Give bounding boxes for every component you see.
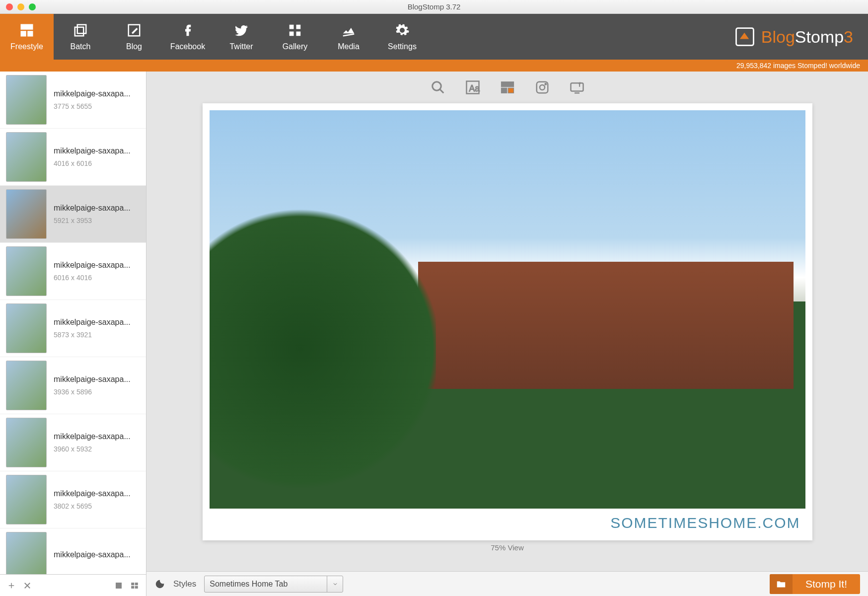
remove-images-button[interactable] [22, 580, 33, 591]
tab-label: Batch [71, 42, 91, 51]
svg-rect-6 [289, 25, 294, 29]
svg-rect-13 [135, 583, 138, 585]
tab-label: Facebook [170, 42, 205, 51]
zoom-window-icon[interactable] [29, 3, 36, 10]
layout-tool[interactable] [499, 79, 516, 96]
svg-rect-12 [131, 583, 134, 585]
tab-twitter[interactable]: Twitter [215, 14, 268, 60]
stomp-it-button[interactable]: Stomp It! [770, 574, 860, 594]
thumbnail-row[interactable]: mikkelpaige-saxapa... 3960 x 5932 [0, 414, 146, 471]
gallery-icon [287, 22, 303, 38]
chevron-down-icon [327, 576, 343, 592]
svg-rect-20 [501, 88, 506, 93]
svg-rect-0 [21, 24, 33, 30]
thumbnail-filename: mikkelpaige-saxapa... [54, 147, 131, 155]
svg-rect-4 [77, 25, 86, 34]
thumbnail-row[interactable]: mikkelpaige-saxapa... 5873 x 3921 [0, 300, 146, 357]
svg-rect-8 [289, 32, 294, 36]
thumbnail-row[interactable]: mikkelpaige-saxapa... [0, 528, 146, 574]
view-list-button[interactable] [129, 580, 140, 591]
sidebar-footer [0, 574, 146, 596]
thumbnail-dimensions: 3960 x 5932 [54, 445, 131, 453]
svg-text:Aa: Aa [469, 83, 480, 93]
preview-image [210, 110, 805, 509]
thumbnail-filename: mikkelpaige-saxapa... [54, 318, 131, 327]
share-screen-tool[interactable]: f [569, 79, 585, 96]
svg-rect-2 [27, 31, 33, 36]
window-titlebar: BlogStomp 3.72 [0, 0, 868, 14]
thumbnail-row[interactable]: mikkelpaige-saxapa... 6016 x 4016 [0, 243, 146, 300]
thumbnail-dimensions: 4016 x 6016 [54, 159, 131, 167]
app-brand-logo: BlogStomp3 [733, 14, 868, 60]
close-window-icon[interactable] [6, 3, 13, 10]
thumbnail-row[interactable]: mikkelpaige-saxapa... 5921 x 3953 [0, 186, 146, 243]
stats-strip: 29,953,842 images Stomped! worldwide [0, 60, 868, 72]
thumbnail-dimensions: 5921 x 3953 [54, 217, 131, 224]
svg-rect-1 [21, 31, 26, 36]
dark-mode-toggle[interactable] [154, 579, 165, 590]
minimize-window-icon[interactable] [17, 3, 24, 10]
blog-icon [126, 22, 142, 38]
folder-icon[interactable] [770, 574, 793, 594]
svg-rect-3 [75, 27, 84, 36]
batch-icon [72, 22, 88, 38]
twitter-icon [233, 22, 249, 38]
tab-gallery[interactable]: Gallery [268, 14, 322, 60]
preview-toolbar: Aa f [146, 72, 868, 103]
tab-label: Blog [126, 42, 142, 51]
thumbnail-row[interactable]: mikkelpaige-saxapa... 3775 x 5655 [0, 72, 146, 129]
gear-icon [394, 22, 410, 38]
tab-settings[interactable]: Settings [375, 14, 429, 60]
svg-text:f: f [579, 82, 580, 87]
instagram-tool[interactable] [534, 79, 551, 96]
tab-batch[interactable]: Batch [54, 14, 107, 60]
thumbnail-dimensions: 3802 x 5695 [54, 502, 131, 510]
thumbnail-filename: mikkelpaige-saxapa... [54, 432, 131, 441]
svg-rect-15 [135, 586, 138, 588]
main-panel: Aa f SOMETIMESHOME.COM 75% View Styles S… [146, 72, 868, 596]
thumbnail-dimensions: 5873 x 3921 [54, 331, 131, 339]
watermark-text: SOMETIMESHOME.COM [210, 509, 805, 533]
thumbnail-row[interactable]: mikkelpaige-saxapa... 4016 x 6016 [0, 129, 146, 186]
text-tool[interactable]: Aa [464, 79, 481, 96]
thumbnail-image [6, 246, 47, 296]
thumbnail-dimensions: 3936 x 5896 [54, 388, 131, 396]
tab-facebook[interactable]: Facebook [161, 14, 215, 60]
facebook-icon [180, 22, 196, 38]
thumbnail-dimensions: 6016 x 4016 [54, 274, 131, 282]
thumbnail-filename: mikkelpaige-saxapa... [54, 89, 131, 98]
thumbnail-row[interactable]: mikkelpaige-saxapa... 3936 x 5896 [0, 357, 146, 414]
style-dropdown[interactable]: Sometimes Home Tab [204, 576, 343, 593]
zoom-tool[interactable] [430, 79, 446, 96]
svg-rect-7 [296, 25, 301, 29]
thumbnail-filename: mikkelpaige-saxapa... [54, 375, 131, 384]
svg-rect-11 [116, 583, 122, 589]
thumbnail-filename: mikkelpaige-saxapa... [54, 261, 131, 270]
main-toolbar: Freestyle Batch Blog Facebook Twitter Ga… [0, 14, 868, 60]
thumbnail-image [6, 418, 47, 467]
thumbnail-row[interactable]: mikkelpaige-saxapa... 3802 x 5695 [0, 471, 146, 528]
brand-glyph-icon [733, 25, 756, 48]
preview-canvas[interactable]: SOMETIMESHOME.COM [203, 103, 812, 540]
thumbnail-list[interactable]: mikkelpaige-saxapa... 3775 x 5655 mikkel… [0, 72, 146, 574]
tab-freestyle[interactable]: Freestyle [0, 14, 54, 60]
tab-media[interactable]: Media [322, 14, 375, 60]
tab-blog[interactable]: Blog [107, 14, 161, 60]
svg-rect-21 [508, 88, 513, 93]
thumbnail-filename: mikkelpaige-saxapa... [54, 489, 131, 498]
svg-rect-9 [296, 32, 301, 36]
view-grid-button[interactable] [113, 580, 124, 591]
svg-point-24 [545, 83, 547, 85]
tab-label: Media [338, 42, 360, 51]
thumbnail-filename: mikkelpaige-saxapa... [54, 204, 131, 213]
freestyle-icon [19, 22, 35, 38]
zoom-percentage-label: 75% View [491, 543, 523, 552]
thumbnail-image [6, 303, 47, 353]
thumbnail-sidebar: mikkelpaige-saxapa... 3775 x 5655 mikkel… [0, 72, 146, 596]
bottom-bar: Styles Sometimes Home Tab Stomp It! [146, 571, 868, 596]
thumbnail-image [6, 532, 47, 574]
svg-rect-25 [571, 83, 583, 91]
tab-label: Settings [388, 42, 417, 51]
add-images-button[interactable] [6, 580, 17, 591]
svg-rect-19 [501, 82, 513, 87]
